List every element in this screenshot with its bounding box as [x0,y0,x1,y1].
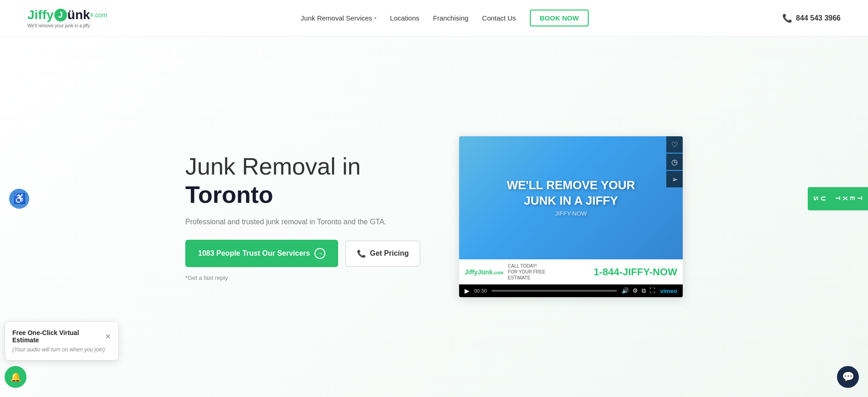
video-time: 00:30 [474,288,487,294]
play-button[interactable]: ▶ [465,287,470,294]
phone-icon: 📞 [782,13,792,23]
video-container[interactable]: WE'LL REMOVE YOURJUNK IN A JIFFY JIFFY-N… [459,136,683,297]
phone-number: 844 543 3966 [796,14,841,22]
popup-title: Free One-Click Virtual Estimate [12,329,105,344]
settings-icon[interactable]: ⚙ [633,287,638,294]
video-call-text: CALL TODAY!FOR YOUR FREEESTIMATE [508,263,545,281]
logo-jiffy: Jiffy [27,8,54,22]
chevron-down-icon: ▾ [374,15,376,21]
book-now-button[interactable]: BOOK NOW [530,10,589,26]
text-us-sidebar[interactable]: TEXTUS [808,187,868,210]
video-bottom-bar: JiffyJünk.com CALL TODAY!FOR YOUR FREEES… [459,259,683,284]
hero-left: Junk Removal in Toronto Professional and… [185,152,459,282]
video-control-icons: 🔊 ⚙ ⧉ ⛶ [622,287,655,294]
video-overlay: WE'LL REMOVE YOURJUNK IN A JIFFY JIFFY-N… [459,136,683,259]
trust-cta-label: 1083 People Trust Our Servicers [198,249,310,258]
notification-icon: 🔔 [10,371,21,382]
video-overlay-text: WE'LL REMOVE YOURJUNK IN A JIFFY JIFFY-N… [507,178,635,218]
nav-franchising[interactable]: Franchising [433,14,469,22]
popup-subtitle: (Your audio will turn on when you join) [12,346,111,353]
notification-button[interactable]: 🔔 [5,366,26,388]
pip-icon[interactable]: ⧉ [642,287,646,294]
logo-j-icon: J [54,9,67,21]
hero-heading-light: Junk Removal in [185,153,361,180]
fullscreen-icon[interactable]: ⛶ [649,287,655,294]
header: JiffyJünk®.com We'll remove your junk in… [0,0,868,36]
hero-subheading: Professional and trusted junk removal in… [185,218,432,226]
arrow-circle-icon: → [314,248,325,259]
fast-reply-text: *Get a fast reply [185,274,432,281]
accessibility-button[interactable]: ♿ [9,189,29,209]
share-icon-btn[interactable]: ➢ [666,171,683,187]
nav-locations[interactable]: Locations [390,14,419,22]
nav: Junk Removal Services ▾ Locations Franch… [301,10,589,26]
cta-row: 1083 People Trust Our Servicers → 📞 Get … [185,240,432,267]
vimeo-logo: vimeo [660,288,677,294]
clock-icon-btn[interactable]: ◷ [666,154,683,170]
text-us-label: TEXTUS [812,196,863,201]
phone-small-icon: 📞 [357,249,366,258]
volume-icon[interactable]: 🔊 [622,287,629,294]
logo-com: .com [94,11,107,19]
phone-area[interactable]: 📞 844 543 3966 [782,13,841,23]
popup-close-button[interactable]: ✕ [105,332,111,341]
pricing-label: Get Pricing [370,249,408,258]
hero-heading-bold: Toronto [185,180,432,209]
chat-widget[interactable]: 💬 [837,366,859,388]
pricing-button[interactable]: 📞 Get Pricing [345,241,420,267]
video-brand: JiffyJünk.com [465,268,503,276]
popup-header: Free One-Click Virtual Estimate ✕ [12,329,111,344]
logo-dot: ® [90,13,93,18]
logo-junk: ünk [68,8,90,22]
popup-card: Free One-Click Virtual Estimate ✕ (Your … [5,321,119,361]
main-content: Junk Removal in Toronto Professional and… [0,36,868,397]
video-controls-bar[interactable]: ▶ 00:30 🔊 ⚙ ⧉ ⛶ vimeo [459,284,683,297]
video-phone-number: 1-844-JIFFY-NOW [594,266,677,278]
logo-tagline: We'll remove your junk in a jiffy [27,23,90,28]
video-progress-bar[interactable] [492,290,617,292]
trust-cta-button[interactable]: 1083 People Trust Our Servicers → [185,240,338,267]
logo[interactable]: JiffyJünk®.com We'll remove your junk in… [27,8,107,28]
video-side-icons: ♡ ◷ ➢ [666,136,683,187]
nav-contact-us[interactable]: Contact Us [482,14,516,22]
accessibility-icon: ♿ [13,193,26,205]
heart-icon-btn[interactable]: ♡ [666,136,683,153]
video-logo-area: JiffyJünk.com CALL TODAY!FOR YOUR FREEES… [465,263,545,281]
chat-icon: 💬 [842,371,854,383]
nav-junk-removal-services[interactable]: Junk Removal Services ▾ [301,14,376,22]
